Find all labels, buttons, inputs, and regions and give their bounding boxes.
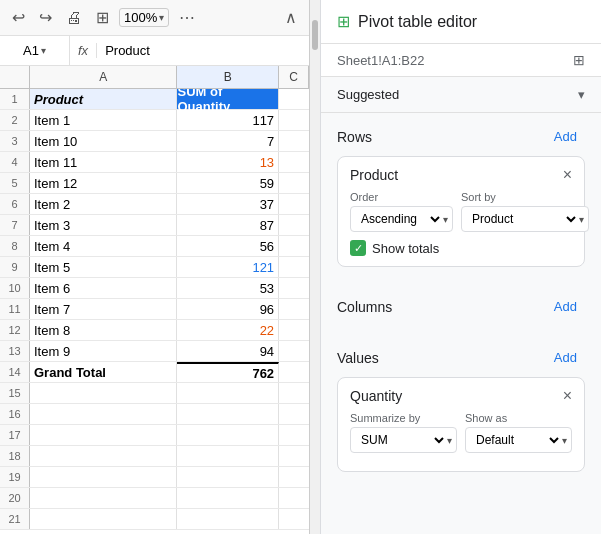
table-row[interactable]: 1 Product SUM of Quantity [0, 89, 309, 110]
cell-b[interactable] [177, 509, 279, 529]
table-row[interactable]: 15 [0, 383, 309, 404]
table-row[interactable]: 5 Item 12 59 [0, 173, 309, 194]
order-dropdown-arrow-icon: ▾ [443, 214, 452, 225]
cell-b[interactable] [177, 467, 279, 487]
show-totals-checkbox[interactable]: ✓ [350, 240, 366, 256]
cell-a[interactable]: Item 3 [30, 215, 177, 235]
table-row[interactable]: 13 Item 9 94 [0, 341, 309, 362]
cell-b[interactable]: 53 [177, 278, 279, 298]
zoom-control[interactable]: 100% ▾ [119, 8, 169, 27]
cell-reference[interactable]: A1 ▾ [0, 36, 70, 65]
divider-handle[interactable] [312, 20, 318, 50]
cell-b[interactable]: 87 [177, 215, 279, 235]
table-row[interactable]: 12 Item 8 22 [0, 320, 309, 341]
cell-b[interactable]: 37 [177, 194, 279, 214]
cell-b[interactable]: 762 [177, 362, 279, 382]
table-row[interactable]: 14 Grand Total 762 [0, 362, 309, 383]
cell-b[interactable] [177, 446, 279, 466]
cell-b[interactable] [177, 425, 279, 445]
suggested-label: Suggested [337, 87, 399, 102]
column-header-a[interactable]: A [30, 66, 177, 88]
cell-b[interactable]: SUM of Quantity [177, 89, 279, 109]
more-button[interactable]: ⋯ [175, 6, 199, 29]
cell-b[interactable]: 96 [177, 299, 279, 319]
cell-a[interactable]: Item 2 [30, 194, 177, 214]
summarize-by-dropdown[interactable]: SUM COUNT AVERAGE [351, 428, 447, 452]
sheet-ref-edit-icon[interactable]: ⊞ [573, 52, 585, 68]
sort-by-dropdown-wrapper: Product SUM of Quantity ▾ [461, 206, 589, 232]
cell-a[interactable]: Item 5 [30, 257, 177, 277]
cell-a[interactable]: Item 6 [30, 278, 177, 298]
row-number: 17 [0, 425, 30, 445]
cell-a[interactable]: Item 10 [30, 131, 177, 151]
cell-a[interactable] [30, 467, 177, 487]
show-totals-row: ✓ Show totals [350, 240, 572, 256]
table-row[interactable]: 19 [0, 467, 309, 488]
column-header-b[interactable]: B [177, 66, 279, 88]
table-row[interactable]: 4 Item 11 13 [0, 152, 309, 173]
print-button[interactable]: 🖨 [62, 7, 86, 29]
table-row[interactable]: 6 Item 2 37 [0, 194, 309, 215]
cell-a[interactable]: Product [30, 89, 177, 109]
cell-a[interactable]: Item 4 [30, 236, 177, 256]
cell-c [279, 131, 309, 151]
format-button[interactable]: ⊞ [92, 6, 113, 29]
cell-b[interactable]: 117 [177, 110, 279, 130]
cell-b[interactable]: 94 [177, 341, 279, 361]
product-close-button[interactable]: × [563, 167, 572, 183]
cell-b[interactable] [177, 488, 279, 508]
values-add-button[interactable]: Add [546, 346, 585, 369]
cell-a[interactable] [30, 425, 177, 445]
cell-b[interactable]: 59 [177, 173, 279, 193]
formula-input[interactable] [97, 43, 309, 58]
table-row[interactable]: 2 Item 1 117 [0, 110, 309, 131]
collapse-button[interactable]: ∧ [281, 6, 301, 29]
sort-by-dropdown[interactable]: Product SUM of Quantity [462, 207, 579, 231]
undo-button[interactable]: ↩ [8, 6, 29, 29]
sort-by-label: Sort by [461, 191, 589, 203]
cell-a[interactable] [30, 383, 177, 403]
cell-a[interactable]: Item 12 [30, 173, 177, 193]
cell-a[interactable] [30, 509, 177, 529]
cell-b[interactable]: 121 [177, 257, 279, 277]
cell-c [279, 215, 309, 235]
column-header-c[interactable]: C [279, 66, 309, 88]
table-row[interactable]: 20 [0, 488, 309, 509]
cell-a[interactable] [30, 446, 177, 466]
show-as-dropdown[interactable]: Default % of row % of column [466, 428, 562, 452]
suggested-section[interactable]: Suggested ▾ [321, 77, 601, 113]
cell-b[interactable] [177, 404, 279, 424]
quantity-close-button[interactable]: × [563, 388, 572, 404]
cell-b[interactable] [177, 383, 279, 403]
table-row[interactable]: 11 Item 7 96 [0, 299, 309, 320]
order-dropdown[interactable]: Ascending Descending Custom [351, 207, 443, 231]
rows-add-button[interactable]: Add [546, 125, 585, 148]
table-row[interactable]: 18 [0, 446, 309, 467]
cell-a[interactable]: Item 11 [30, 152, 177, 172]
table-row[interactable]: 9 Item 5 121 [0, 257, 309, 278]
cell-b[interactable]: 56 [177, 236, 279, 256]
cell-a[interactable]: Item 1 [30, 110, 177, 130]
cell-a[interactable]: Item 9 [30, 341, 177, 361]
table-row[interactable]: 21 [0, 509, 309, 530]
row-number: 16 [0, 404, 30, 424]
columns-add-button[interactable]: Add [546, 295, 585, 318]
table-row[interactable]: 3 Item 10 7 [0, 131, 309, 152]
table-row[interactable]: 7 Item 3 87 [0, 215, 309, 236]
table-row[interactable]: 10 Item 6 53 [0, 278, 309, 299]
cell-a[interactable]: Item 8 [30, 320, 177, 340]
cell-a[interactable]: Grand Total [30, 362, 177, 382]
table-row[interactable]: 16 [0, 404, 309, 425]
show-as-dropdown-arrow-icon: ▾ [562, 435, 571, 446]
cell-a[interactable]: Item 7 [30, 299, 177, 319]
order-dropdown-wrapper: Ascending Descending Custom ▾ [350, 206, 453, 232]
cell-b[interactable]: 7 [177, 131, 279, 151]
table-row[interactable]: 8 Item 4 56 [0, 236, 309, 257]
cell-b[interactable]: 13 [177, 152, 279, 172]
cell-b[interactable]: 22 [177, 320, 279, 340]
table-row[interactable]: 17 [0, 425, 309, 446]
table-body: 1 Product SUM of Quantity 2 Item 1 117 3… [0, 89, 309, 534]
cell-a[interactable] [30, 404, 177, 424]
cell-a[interactable] [30, 488, 177, 508]
redo-button[interactable]: ↪ [35, 6, 56, 29]
